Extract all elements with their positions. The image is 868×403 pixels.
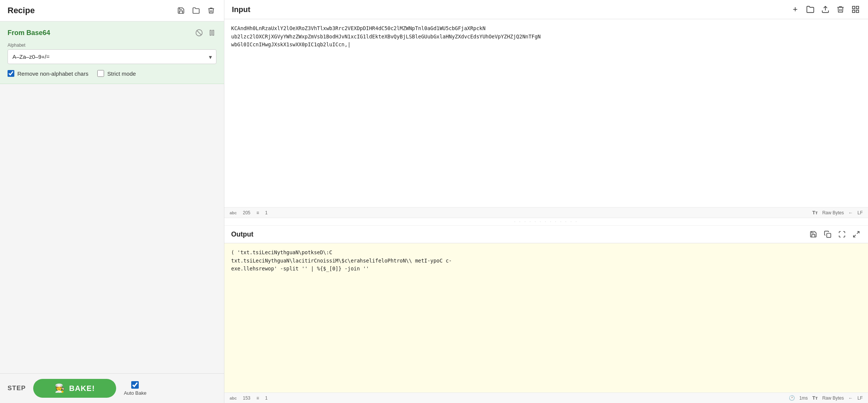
divider-dots: · · · · · · · · · · · · · [224, 218, 868, 226]
output-replace-icon[interactable] [837, 229, 847, 239]
strict-mode-checkbox-item[interactable]: Strict mode [97, 70, 136, 77]
open-folder-icon[interactable] [191, 5, 201, 16]
recipe-title: Recipe [8, 6, 35, 15]
ingredient-name: From Base64 [8, 29, 50, 37]
right-panel: Input + [224, 0, 868, 403]
output-content: ( 'txt.tsiLeciNythguaN\potkseD\:C txt.ts… [224, 243, 868, 392]
delete-icon[interactable] [206, 5, 216, 16]
left-panel: Recipe [0, 0, 224, 403]
output-format-icon[interactable]: Tт [812, 395, 817, 401]
recipe-spacer [0, 84, 224, 373]
input-header: Input + [224, 0, 868, 19]
input-newline-label[interactable]: LF [857, 210, 863, 215]
bake-label: BAKE! [69, 384, 95, 393]
svg-rect-6 [856, 6, 859, 9]
input-format-icon[interactable]: Tт [812, 210, 817, 215]
input-toolbar: + [790, 5, 860, 14]
svg-rect-3 [213, 30, 214, 35]
svg-rect-9 [827, 234, 831, 238]
input-abc-icon: abc [230, 211, 237, 215]
output-status-left: abc 153 ≡ 1 [230, 395, 268, 401]
remove-non-alpha-label: Remove non-alphabet chars [17, 70, 88, 77]
output-expand-icon[interactable] [851, 229, 861, 239]
ingredient-header: From Base64 [8, 28, 216, 37]
input-textarea[interactable]: KCAndHh0LnRzaUxlY2lOeXRoZ3VhTlxwb3Rrc2VE… [224, 19, 868, 207]
ingredient-card-from-base64: From Base64 [0, 21, 224, 84]
input-format-label[interactable]: Raw Bytes [822, 210, 844, 215]
input-title: Input [232, 5, 250, 14]
input-status-bar: abc 205 ≡ 1 Tт Raw Bytes ← LF [224, 207, 868, 218]
svg-rect-2 [210, 30, 211, 35]
alphabet-select[interactable]: A–Za–z0–9+/= A–Za–z0–9-_= [8, 49, 216, 64]
input-line-count: 1 [265, 210, 268, 215]
remove-non-alpha-checkbox[interactable] [8, 70, 14, 77]
bake-button[interactable]: 🧑‍🍳 BAKE! [33, 379, 116, 398]
disable-icon[interactable] [195, 28, 204, 37]
auto-bake-container: Auto Bake [124, 381, 146, 396]
checkboxes-row: Remove non-alphabet chars Strict mode [8, 70, 216, 77]
strict-mode-label: Strict mode [107, 70, 136, 77]
auto-bake-label: Auto Bake [124, 390, 146, 396]
alphabet-wrapper: Alphabet A–Za–z0–9+/= A–Za–z0–9-_= [8, 43, 216, 64]
output-char-count: 153 [243, 395, 250, 401]
output-header: Output [224, 226, 868, 243]
output-status-right: 🕐 1ms Tт Raw Bytes ← LF [789, 395, 863, 401]
output-save-icon[interactable] [808, 229, 818, 239]
alphabet-select-container[interactable]: A–Za–z0–9+/= A–Za–z0–9-_= [8, 49, 216, 64]
step-label: STEP [8, 385, 26, 392]
output-copy-icon[interactable] [823, 229, 833, 239]
input-char-count: 205 [243, 210, 250, 215]
svg-rect-7 [853, 10, 855, 12]
svg-rect-8 [856, 10, 859, 12]
output-section: Output [224, 226, 868, 403]
output-format-label[interactable]: Raw Bytes [822, 395, 844, 401]
input-add-icon[interactable]: + [790, 5, 800, 14]
input-status-left: abc 205 ≡ 1 [230, 210, 268, 215]
output-time-label: 1ms [799, 395, 808, 401]
output-newline-arrow: ← [848, 395, 853, 401]
recipe-header: Recipe [0, 0, 224, 21]
input-grid-icon[interactable] [851, 5, 860, 14]
auto-bake-checkbox[interactable] [131, 381, 139, 389]
recipe-toolbar [176, 5, 216, 16]
svg-line-10 [857, 232, 859, 234]
ingredient-controls [195, 28, 216, 37]
input-trash-icon[interactable] [836, 5, 845, 14]
output-title: Output [231, 231, 253, 238]
bake-icon: 🧑‍🍳 [55, 383, 65, 393]
strict-mode-checkbox[interactable] [97, 70, 104, 77]
svg-line-11 [854, 235, 856, 237]
svg-rect-5 [853, 6, 855, 9]
output-status-bar: abc 153 ≡ 1 🕐 1ms Tт Raw Bytes ← LF [224, 392, 868, 403]
input-newline-arrow: ← [848, 210, 853, 215]
output-toolbar [808, 229, 861, 239]
bottom-bar: STEP 🧑‍🍳 BAKE! Auto Bake [0, 373, 224, 403]
alphabet-label: Alphabet [8, 43, 216, 48]
input-lines-icon: ≡ [256, 210, 259, 215]
pause-icon[interactable] [207, 28, 216, 37]
save-icon[interactable] [176, 5, 186, 16]
svg-line-1 [197, 31, 201, 35]
output-line-count: 1 [265, 395, 268, 401]
output-newline-label[interactable]: LF [857, 395, 863, 401]
output-lines-icon: ≡ [256, 395, 259, 401]
clock-icon: 🕐 [789, 395, 795, 401]
input-status-right: Tт Raw Bytes ← LF [812, 210, 863, 215]
input-folder-icon[interactable] [805, 5, 815, 14]
input-import-icon[interactable] [820, 5, 830, 14]
remove-non-alpha-checkbox-item[interactable]: Remove non-alphabet chars [8, 70, 88, 77]
output-abc-icon: abc [230, 396, 237, 400]
